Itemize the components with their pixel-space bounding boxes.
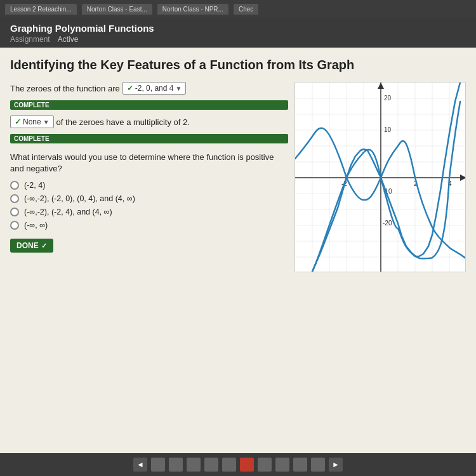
intervals-question-text: What intervals would you use to determin…: [10, 152, 288, 175]
zeroes-question: The zeroes of the function are ✓ -2, 0, …: [10, 82, 288, 95]
right-column: 20 10 -10 -20 -2 2 4: [294, 82, 466, 444]
nav-dot-5-active[interactable]: [240, 458, 254, 472]
nav-dot-2[interactable]: [187, 458, 201, 472]
nav-dot-7[interactable]: [275, 458, 289, 472]
complete-badge-2: COMPLETE: [10, 134, 288, 143]
nav-dot-6[interactable]: [258, 458, 272, 472]
radio-options-group: (-2, 4) (-∞,-2), (-2, 0), (0, 4), and (4…: [10, 181, 288, 230]
option-b[interactable]: (-∞,-2), (-2, 0), (0, 4), and (4, ∞): [10, 194, 288, 203]
complete-badge-1: COMPLETE: [10, 100, 288, 110]
zeroes-question-text: The zeroes of the function are: [10, 84, 120, 93]
page-title: Graphing Polynomial Functions: [10, 23, 466, 34]
bottom-nav: ◄ ►: [0, 453, 476, 476]
graph-container: 20 10 -10 -20 -2 2 4: [294, 82, 466, 272]
multiplicity-answer-box[interactable]: ✓ None ▼: [10, 116, 54, 128]
zeroes-answer-value: -2, 0, and 4: [135, 84, 174, 93]
mult-dropdown-arrow-icon[interactable]: ▼: [43, 119, 50, 126]
two-col-layout: The zeroes of the function are ✓ -2, 0, …: [10, 82, 466, 444]
option-d-text: (-∞, ∞): [24, 221, 48, 230]
left-column: The zeroes of the function are ✓ -2, 0, …: [10, 82, 288, 444]
option-b-text: (-∞,-2), (-2, 0), (0, 4), and (4, ∞): [24, 194, 135, 203]
section-heading: Identifying the Key Features of a Functi…: [10, 56, 466, 73]
nav-dot-4[interactable]: [222, 458, 236, 472]
done-check-icon: ✓: [41, 242, 47, 250]
nav-dot-3[interactable]: [204, 458, 218, 472]
option-a-text: (-2, 4): [24, 181, 45, 190]
multiplicity-row: ✓ None ▼ of the zeroes have a multiplici…: [10, 116, 288, 128]
done-label: DONE: [17, 241, 39, 250]
nav-dot-1[interactable]: [169, 458, 183, 472]
nav-dot-8[interactable]: [293, 458, 307, 472]
radio-b-icon[interactable]: [10, 194, 19, 203]
tab-east[interactable]: Norton Class - East...: [82, 4, 152, 15]
multiplicity-answer-value: None: [23, 117, 41, 126]
mult-check-icon: ✓: [15, 117, 21, 126]
radio-d-icon[interactable]: [10, 221, 19, 230]
radio-c-icon[interactable]: [10, 208, 19, 216]
assignment-label: Assignment: [10, 35, 50, 44]
prev-nav-button[interactable]: ◄: [133, 458, 147, 472]
curve-polyline: [312, 83, 460, 272]
multiplicity-suffix-text: of the zeroes have a multiplicity of 2.: [56, 117, 190, 127]
nav-dot-9[interactable]: [311, 458, 325, 472]
status-label: Active: [58, 35, 79, 44]
tab-chec[interactable]: Chec: [234, 4, 258, 15]
page-header: Graphing Polynomial Functions Assignment…: [0, 18, 476, 48]
final-curve: [295, 83, 466, 272]
nav-dot-0[interactable]: [151, 458, 165, 472]
option-c-text: (-∞,-2), (-2, 4), and (4, ∞): [24, 208, 112, 216]
content-area: Identifying the Key Features of a Functi…: [0, 48, 476, 453]
page-subtitle: Assignment Active: [10, 35, 466, 44]
browser-bar: Lesson 2 Reteachin... Norton Class - Eas…: [0, 0, 476, 18]
tab-npr[interactable]: Norton Class - NPR...: [157, 4, 228, 15]
zeroes-dropdown-arrow-icon[interactable]: ▼: [175, 85, 182, 92]
zeroes-answer-box[interactable]: ✓ -2, 0, and 4 ▼: [122, 82, 187, 95]
done-button[interactable]: DONE ✓: [10, 239, 53, 253]
option-d[interactable]: (-∞, ∞): [10, 221, 288, 230]
main-content: Graphing Polynomial Functions Assignment…: [0, 18, 476, 476]
zeroes-check-icon: ✓: [127, 84, 133, 93]
option-a[interactable]: (-2, 4): [10, 181, 288, 190]
tab-reteachin[interactable]: Lesson 2 Reteachin...: [5, 4, 77, 15]
radio-a-icon[interactable]: [10, 181, 19, 190]
option-c[interactable]: (-∞,-2), (-2, 4), and (4, ∞): [10, 208, 288, 216]
next-nav-button[interactable]: ►: [329, 458, 343, 472]
